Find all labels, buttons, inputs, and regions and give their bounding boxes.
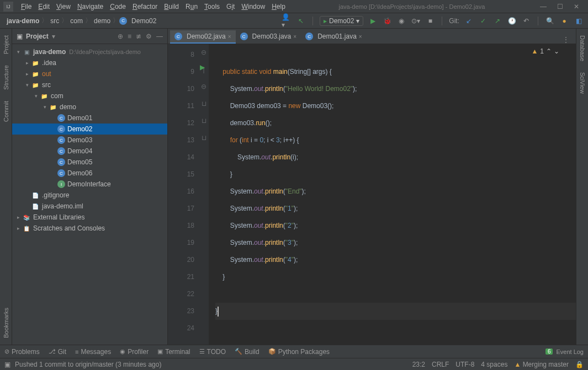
tree-extlib[interactable]: ▸📚External Libraries	[12, 212, 167, 223]
code-editor[interactable]: ▲1⌃⌄ ▶ 89101112131415161718192021222324 …	[168, 44, 576, 345]
menu-file[interactable]: File	[18, 3, 35, 10]
event-log-tab[interactable]: Event Log	[556, 348, 584, 355]
menu-run[interactable]: Run	[182, 3, 201, 10]
file-encoding[interactable]: UTF-8	[455, 361, 474, 368]
git-push-icon[interactable]: ↗	[492, 16, 502, 26]
gear-icon[interactable]: ⚙	[146, 33, 152, 40]
crumb-project[interactable]: java-demo	[4, 17, 41, 25]
tree-root[interactable]: ▾▣java-demoD:\IdeaProjects\java-demo	[12, 46, 167, 57]
profile-button[interactable]: ⊙▾	[411, 16, 421, 26]
menu-refactor[interactable]: Refactor	[129, 3, 161, 10]
python-tab[interactable]: 📦 Python Packages	[268, 348, 330, 356]
menu-build[interactable]: Build	[161, 3, 182, 10]
crumb-demo[interactable]: demo	[92, 17, 113, 25]
status-message: Pushed 1 commit to origin/master (3 minu…	[15, 361, 161, 368]
git-tab[interactable]: ⎇ Git	[49, 348, 66, 356]
menu-navigate[interactable]: Navigate	[74, 3, 107, 10]
tree-class-demo01[interactable]: CDemo01	[12, 112, 167, 124]
tree-class-demo03[interactable]: CDemo03	[12, 135, 167, 146]
tabs-more-icon[interactable]: ⋮	[558, 36, 574, 44]
main-area: Project Structure Commit Bookmarks ▣ Pro…	[0, 29, 588, 345]
commit-tool-tab[interactable]: Commit	[2, 99, 10, 124]
crumb-com[interactable]: com	[68, 17, 85, 25]
project-dropdown[interactable]: ▾	[52, 33, 55, 40]
search-icon[interactable]: 🔍	[545, 16, 555, 26]
minimize-button[interactable]: —	[539, 3, 547, 10]
event-count-badge: 6	[545, 348, 553, 355]
window-controls: — ☐ ✕	[535, 3, 585, 10]
status-tool-icon[interactable]: ▣	[4, 361, 10, 368]
close-button[interactable]: ✕	[573, 3, 580, 10]
back-icon[interactable]: ↖	[296, 16, 306, 26]
project-tool-tab[interactable]: Project	[2, 33, 10, 56]
maximize-button[interactable]: ☐	[556, 3, 564, 10]
collapse-icon[interactable]: ≢	[136, 33, 141, 40]
menu-git[interactable]: Git	[223, 3, 238, 10]
menu-edit[interactable]: Edit	[35, 3, 53, 10]
database-tool-tab[interactable]: Database	[578, 33, 587, 63]
git-commit-icon[interactable]: ✓	[478, 16, 488, 26]
line-separator[interactable]: CRLF	[432, 361, 449, 368]
messages-tab[interactable]: ≡ Messages	[75, 348, 111, 356]
menu-code[interactable]: Code	[107, 3, 129, 10]
tab-demo01[interactable]: CDemo01.java×	[301, 30, 367, 44]
structure-tool-tab[interactable]: Structure	[2, 63, 10, 92]
hide-icon[interactable]: —	[156, 33, 163, 40]
git-history-icon[interactable]: 🕐	[507, 16, 517, 26]
indent-info[interactable]: 4 spaces	[481, 361, 507, 368]
tree-com[interactable]: ▾📁com	[12, 90, 167, 101]
tab-demo03[interactable]: CDemo03.java×	[236, 30, 301, 44]
git-rollback-icon[interactable]: ↶	[521, 16, 531, 26]
window-title: java-demo [D:\IdeaProjects\java-demo] - …	[289, 3, 535, 10]
sciview-tool-tab[interactable]: SciView	[578, 70, 587, 96]
inspection-badge[interactable]: ▲1⌃⌄	[531, 47, 559, 55]
expand-icon[interactable]: ≡	[128, 33, 131, 40]
tree-class-demo04[interactable]: CDemo04	[12, 146, 167, 157]
code-content[interactable]: public static void main(String[] args) {…	[209, 44, 576, 345]
menu-bar: File Edit View Navigate Code Refactor Bu…	[18, 3, 289, 10]
close-icon[interactable]: ×	[293, 34, 296, 40]
tree-src[interactable]: ▾📁src	[12, 79, 167, 90]
tree-out[interactable]: ▸📁out	[12, 68, 167, 79]
lock-icon[interactable]: 🔒	[575, 361, 584, 368]
updates-icon[interactable]: ◧	[574, 16, 584, 26]
todo-tab[interactable]: ☰ TODO	[199, 348, 226, 356]
locate-icon[interactable]: ⊕	[118, 33, 123, 40]
tree-class-demo05[interactable]: CDemo05	[12, 157, 167, 168]
git-update-icon[interactable]: ↙	[464, 16, 474, 26]
build-tab[interactable]: 🔨 Build	[235, 348, 259, 356]
bookmarks-tool-tab[interactable]: Bookmarks	[2, 305, 10, 340]
debug-button[interactable]: 🐞	[382, 16, 392, 26]
terminal-tab[interactable]: ▣ Terminal	[157, 348, 190, 356]
run-gutter-icon[interactable]: ▶	[200, 63, 205, 71]
crumb-sep: 〉	[41, 16, 48, 25]
menu-tools[interactable]: Tools	[201, 3, 223, 10]
problems-tab[interactable]: ⊘ Problems	[4, 348, 40, 356]
menu-view[interactable]: View	[53, 3, 74, 10]
crumb-src[interactable]: src	[48, 17, 61, 25]
tree-demo[interactable]: ▾📁demo	[12, 101, 167, 112]
crumb-class[interactable]: Demo02	[129, 17, 158, 25]
menu-window[interactable]: Window	[238, 3, 268, 10]
tree-idea[interactable]: ▸📁.idea	[12, 57, 167, 68]
tab-demo02[interactable]: CDemo02.java×	[170, 30, 236, 44]
tree-class-demo06[interactable]: CDemo06	[12, 168, 167, 179]
ide-settings-icon[interactable]: ●	[559, 16, 569, 26]
editor-area: CDemo02.java× CDemo03.java× CDemo01.java…	[168, 29, 576, 345]
stop-button[interactable]: ■	[425, 16, 435, 26]
coverage-button[interactable]: ◉	[396, 16, 406, 26]
profiler-tab[interactable]: ◉ Profiler	[120, 348, 149, 356]
menu-help[interactable]: Help	[268, 3, 289, 10]
tree-class-demo02[interactable]: CDemo02	[12, 124, 167, 135]
run-config-select[interactable]: ▸Demo02▾	[320, 16, 363, 26]
tree-interface[interactable]: IDemoInterface	[12, 179, 167, 190]
tree-iml[interactable]: 📄java-demo.iml	[12, 201, 167, 212]
git-branch[interactable]: ▲ Merging master	[514, 361, 569, 368]
close-icon[interactable]: ×	[359, 34, 362, 40]
close-icon[interactable]: ×	[228, 34, 231, 40]
user-icon[interactable]: 👤▾	[282, 16, 292, 26]
tree-scratch[interactable]: ▸📋Scratches and Consoles	[12, 223, 167, 234]
caret-position[interactable]: 23:2	[412, 361, 425, 368]
tree-gitignore[interactable]: 📄.gitignore	[12, 190, 167, 201]
run-button[interactable]: ▶	[368, 16, 378, 26]
